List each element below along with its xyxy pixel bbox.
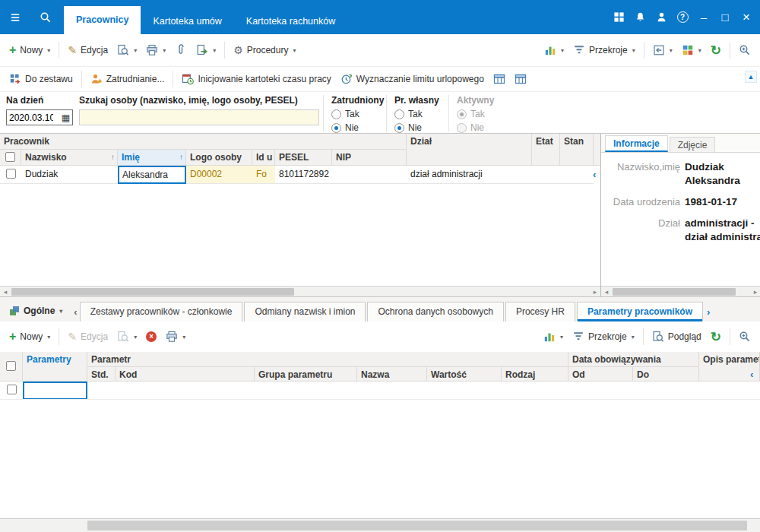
column-header-nazwisko[interactable]: Nazwisko↑ [21,150,118,166]
new-param-button[interactable]: + Nowy ▾ [5,328,55,346]
advanced-search-button[interactable] [734,41,755,59]
views-param-button[interactable]: Przekroje ▾ [568,328,639,346]
wyznaczanie-button[interactable]: Wyznaczanie limitu urlopowego [336,70,489,88]
zatrudniony-nie-radio[interactable]: Nie [331,122,385,133]
tabs-scroll-right-button[interactable]: › [705,306,712,321]
cell-parametry-selected[interactable] [23,382,87,400]
advanced-search-param-button[interactable] [734,328,755,346]
column-header-od[interactable]: Od [568,367,633,382]
pr-wlasny-tak-radio[interactable]: Tak [394,109,447,119]
print-button[interactable]: ▾ [141,41,170,59]
attachments-button[interactable] [170,41,192,59]
tab-ochrona-danych[interactable]: Ochrona danych osobowych [367,302,503,321]
column-header-stan[interactable]: Stan [560,134,594,166]
print-param-button[interactable]: ▾ [161,328,190,346]
podglad-button[interactable]: Podgląd [648,328,706,346]
calendar-icon[interactable]: ▦ [62,112,70,123]
cell-nip[interactable] [332,166,407,184]
preview-button[interactable]: ▾ [112,41,141,59]
dock-panel-button[interactable]: ▾ [648,41,677,59]
refresh-param-button[interactable]: ↻ [706,328,726,347]
cell-pesel[interactable]: 8101172892 [275,166,332,184]
minimize-button[interactable]: – [693,0,714,34]
tab-zdjecie[interactable]: Zdjęcie [670,137,716,152]
column-header-logo[interactable]: Logo osoby [186,150,252,166]
group-header-data-obowiazywania[interactable]: Data obowiązywania [568,352,699,367]
edit-button[interactable]: ✎ Edycja [63,42,112,59]
aktywny-tak-radio[interactable]: Tak [457,109,508,119]
chart-param-button[interactable]: ▾ [539,328,568,346]
column-header-imie[interactable]: Imię↑ [118,150,186,166]
row-checkbox[interactable] [0,166,21,184]
column-header-pesel[interactable]: PESEL [275,150,332,166]
column-header-etat[interactable]: Etat [532,134,560,166]
zatrudniony-tak-radio[interactable]: Tak [331,109,385,119]
select-all-checkbox[interactable] [0,352,23,382]
scroll-left-icon[interactable]: ◂ [601,287,612,296]
column-header-do[interactable]: Do [633,367,699,382]
maximize-button[interactable]: □ [714,0,736,34]
tab-zestawy-pracownikow[interactable]: Zestawy pracowników - członkowie [80,302,243,321]
chart-button[interactable]: ▾ [540,41,568,59]
select-all-checkbox[interactable] [0,150,21,166]
date-input-field[interactable] [7,112,55,123]
delete-param-button[interactable]: × [141,328,161,345]
zatrudnianie-button[interactable]: Zatrudnianie... [86,70,169,88]
help-button[interactable]: ? [672,0,693,34]
cell-nazwisko[interactable]: Dudziak [21,166,118,184]
bottom-hscrollbar[interactable] [0,518,760,532]
scroll-right-icon[interactable]: ▸ [750,287,760,296]
collapse-info-panel-button[interactable]: ‹ [593,169,596,179]
scrollbar-thumb[interactable] [613,288,736,296]
grid-settings-button[interactable]: ▾ [677,41,706,59]
column-header-wartosc[interactable]: Wartość [427,367,502,382]
export-button[interactable]: ▾ [192,41,220,59]
group-header-parametr[interactable]: Parametr [87,352,568,367]
column-header-nip[interactable]: NIP [332,150,407,166]
cell-dzial[interactable]: dział administracji [407,166,594,184]
row-checkbox[interactable] [0,382,23,400]
tab-informacje[interactable]: Informacje [605,135,668,152]
pr-wlasny-nie-radio[interactable]: Nie [394,122,447,133]
panel-scroll-up-button[interactable]: ▲ [745,71,757,83]
global-search-button[interactable] [30,0,61,34]
search-person-input[interactable] [79,109,319,125]
group-header-pracownik[interactable]: Pracownik [0,134,407,150]
preview-param-button[interactable]: ▾ [112,328,141,346]
scrollbar-thumb[interactable] [11,288,294,296]
tab-pracownicy[interactable]: Pracownicy [64,6,141,34]
column-header-std[interactable]: Std. [87,367,116,382]
tab-parametry-pracownikow[interactable]: Parametry pracowników [577,302,703,321]
date-input[interactable]: ▦ [6,109,73,125]
views-button[interactable]: Przekroje ▾ [568,41,640,59]
apps-grid-button[interactable] [608,0,629,34]
menu-button[interactable]: ≡ [0,0,30,34]
user-button[interactable] [651,0,672,34]
notifications-button[interactable] [629,0,651,34]
column-header-grupa[interactable]: Grupa parametru [255,367,357,382]
edit-param-button[interactable]: ✎ Edycja [63,328,112,345]
column-header-nazwa[interactable]: Nazwa [357,367,427,382]
scrollbar-thumb[interactable] [87,521,747,530]
column-header-id[interactable]: Id u [252,150,275,166]
scroll-left-icon[interactable]: ◂ [0,287,11,296]
close-button[interactable]: × [736,0,757,34]
procedures-button[interactable]: ⚙ Procedury ▾ [229,42,300,59]
collapse-side-panel-button[interactable]: ‹ [750,369,753,379]
column-header-rodzaj[interactable]: Rodzaj [502,367,568,382]
grid-hscrollbar[interactable]: ◂ ▸ [0,286,600,296]
cell-logo[interactable]: D00002 [186,166,252,184]
tab-kartoteka-umow[interactable]: Kartoteka umów [141,9,233,34]
limit-table-button[interactable] [510,70,531,88]
scroll-right-icon[interactable]: ▸ [590,287,600,296]
tab-kartoteka-rachunkow[interactable]: Kartoteka rachunków [234,9,347,34]
info-panel-hscrollbar[interactable]: ◂ ▸ [601,286,760,296]
column-header-parametry[interactable]: Parametry [23,352,87,382]
aktywny-nie-radio[interactable]: Nie [457,122,508,133]
time-table-button[interactable] [489,70,510,88]
new-button[interactable]: + Nowy ▾ [5,41,55,59]
tab-procesy-hr[interactable]: Procesy HR [505,302,575,321]
column-header-kod[interactable]: Kod [116,367,255,382]
cell-id[interactable]: Fo [252,166,275,184]
do-zestawu-button[interactable]: Do zestawu [5,70,78,88]
